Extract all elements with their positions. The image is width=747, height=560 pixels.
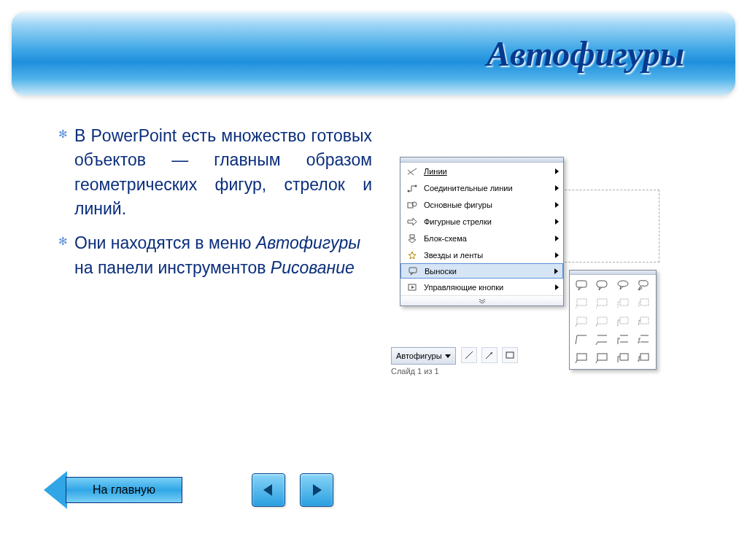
paragraph-2: Они находятся в меню Автофигуры на панел…: [58, 231, 372, 280]
svg-line-41: [465, 351, 473, 359]
svg-rect-14: [577, 299, 587, 306]
menu-drag-handle[interactable]: [400, 158, 563, 163]
arrow-head-icon: [44, 471, 67, 509]
svg-rect-25: [640, 317, 649, 324]
prev-button[interactable]: [252, 473, 285, 507]
callout-shape[interactable]: [635, 332, 652, 348]
callout-shape[interactable]: [614, 350, 632, 366]
svg-rect-22: [597, 317, 607, 324]
menu-expand-chevron[interactable]: [400, 295, 563, 306]
dropdown-triangle-icon: [445, 354, 451, 358]
menu-item-callouts[interactable]: Выноски: [400, 263, 563, 279]
header-bar: Автофигуры: [12, 12, 735, 96]
menu-item-lines[interactable]: Линии: [400, 163, 563, 179]
svg-line-21: [576, 324, 577, 327]
arrow-tool[interactable]: [481, 347, 498, 363]
svg-line-38: [596, 360, 597, 363]
nav-area: На главную: [44, 471, 333, 509]
menu-item-stars[interactable]: Звезды и ленты: [400, 246, 563, 263]
menu-item-connectors[interactable]: Соединительные линии: [400, 179, 563, 196]
callout-shape[interactable]: [593, 332, 611, 348]
callouts-submenu: [569, 270, 657, 370]
screenshot-column: Линии Соединительные линии Основные фигу…: [394, 146, 657, 386]
stars-icon: [405, 249, 419, 261]
svg-rect-20: [577, 317, 587, 324]
svg-rect-18: [620, 299, 628, 306]
callout-shape[interactable]: [573, 350, 590, 366]
svg-rect-35: [577, 354, 587, 360]
svg-point-2: [408, 190, 410, 192]
svg-point-3: [415, 184, 417, 187]
action-buttons-icon: [405, 281, 419, 293]
drawing-toolbar-fragment: [461, 347, 518, 363]
autoshapes-menu: Линии Соединительные линии Основные фигу…: [400, 157, 564, 306]
slide-placeholder: [557, 190, 659, 262]
svg-rect-19: [640, 299, 649, 306]
next-button[interactable]: [300, 473, 333, 507]
menu-item-basic-shapes[interactable]: Основные фигуры: [400, 196, 563, 213]
callout-shape[interactable]: [573, 314, 590, 330]
home-link-arrow[interactable]: На главную: [44, 471, 186, 509]
callout-shape[interactable]: [573, 295, 590, 311]
submenu-drag-handle[interactable]: [570, 271, 656, 275]
autoshapes-toolbar-button[interactable]: Автофигуры: [391, 347, 456, 365]
svg-line-23: [596, 324, 597, 327]
submenu-arrow-icon: [555, 168, 559, 174]
callout-shape[interactable]: [593, 295, 611, 311]
rectangle-tool[interactable]: [502, 347, 518, 363]
svg-rect-43: [506, 352, 514, 358]
svg-point-11: [618, 281, 628, 287]
callout-shape[interactable]: [635, 350, 652, 366]
callout-shape[interactable]: [573, 277, 590, 293]
block-arrows-icon: [405, 216, 419, 228]
callout-grid: [573, 277, 653, 366]
page-title: Автофигуры: [487, 34, 684, 74]
callout-shape[interactable]: [614, 314, 632, 330]
svg-line-36: [576, 360, 577, 363]
callout-shape[interactable]: [614, 277, 632, 293]
callout-shape[interactable]: [635, 295, 652, 311]
svg-rect-10: [597, 281, 607, 287]
submenu-arrow-icon: [555, 219, 559, 225]
svg-rect-9: [576, 281, 587, 287]
basic-shapes-icon: [405, 199, 419, 211]
svg-line-17: [596, 306, 597, 308]
svg-rect-7: [409, 268, 417, 273]
svg-rect-37: [597, 354, 607, 360]
paragraph-1: В PowerPoint есть множество готовых объе…: [58, 124, 372, 221]
svg-rect-40: [640, 354, 649, 360]
svg-marker-44: [263, 484, 272, 496]
callout-shape[interactable]: [635, 277, 652, 293]
menu-item-block-arrows[interactable]: Фигурные стрелки: [400, 213, 563, 230]
powerpoint-screenshot: Линии Соединительные линии Основные фигу…: [394, 146, 657, 386]
text-column: В PowerPoint есть множество готовых объе…: [58, 124, 372, 386]
submenu-arrow-icon: [554, 268, 558, 274]
line-tool[interactable]: [461, 347, 477, 363]
lines-icon: [405, 166, 419, 177]
submenu-arrow-icon: [555, 284, 559, 290]
callout-shape[interactable]: [593, 350, 611, 366]
connectors-icon: [405, 182, 419, 194]
callout-shape[interactable]: [593, 277, 611, 293]
callout-shape[interactable]: [593, 314, 611, 330]
menu-item-flowchart[interactable]: Блок-схема: [400, 230, 563, 246]
svg-rect-39: [620, 354, 628, 360]
flowchart-icon: [405, 233, 419, 244]
svg-rect-16: [597, 299, 607, 306]
callouts-icon: [406, 265, 420, 277]
slide-status: Слайд 1 из 1: [391, 367, 439, 376]
svg-rect-24: [620, 317, 628, 324]
submenu-arrow-icon: [555, 236, 559, 241]
callout-shape[interactable]: [573, 332, 590, 348]
svg-line-27: [576, 335, 577, 344]
svg-line-30: [596, 342, 597, 345]
menu-item-action-buttons[interactable]: Управляющие кнопки: [400, 279, 563, 295]
content-area: В PowerPoint есть множество готовых объе…: [58, 124, 718, 386]
callout-shape[interactable]: [614, 332, 632, 348]
callout-shape[interactable]: [614, 295, 632, 311]
svg-point-13: [638, 289, 640, 290]
submenu-arrow-icon: [555, 202, 559, 208]
callout-shape[interactable]: [635, 314, 652, 330]
submenu-arrow-icon: [555, 252, 559, 258]
svg-rect-6: [410, 235, 414, 238]
